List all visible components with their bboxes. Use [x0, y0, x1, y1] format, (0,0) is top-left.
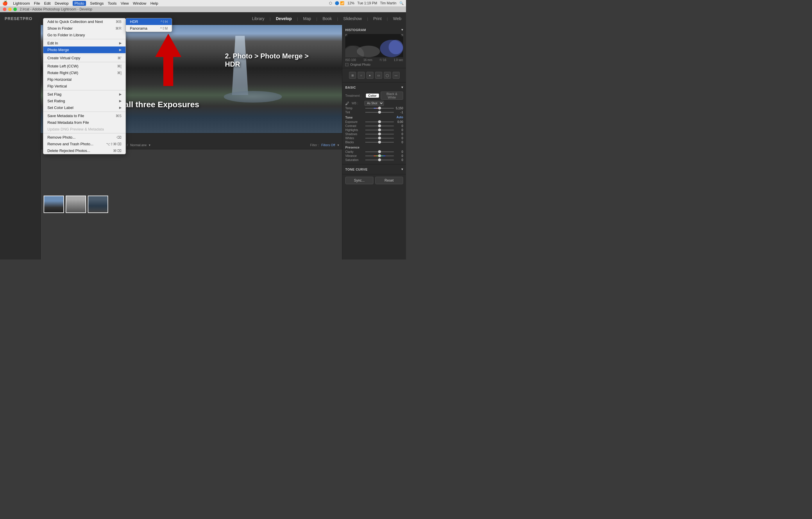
histogram-header[interactable]: Histogram ▾ [345, 27, 403, 33]
radial-tool[interactable]: ◯ [384, 72, 391, 79]
wb-select[interactable]: As Shot Auto Daylight [365, 101, 384, 106]
clock: Tue 1:19 PM [357, 1, 377, 5]
menu-file[interactable]: File [34, 1, 40, 5]
nav-print[interactable]: Print [373, 16, 382, 21]
grad-tool[interactable]: ▭ [375, 72, 382, 79]
histogram-collapse-icon[interactable]: ▾ [401, 28, 403, 32]
tint-slider[interactable] [365, 112, 394, 113]
nav-web[interactable]: Web [393, 16, 401, 21]
redeye-tool[interactable]: ● [367, 72, 373, 79]
username: Tim Martin [380, 1, 397, 5]
clarity-slider[interactable] [365, 151, 394, 152]
spot-tool[interactable]: ○ [358, 72, 365, 79]
tone-curve-section: Tone Curve ▾ [342, 165, 406, 174]
menu-window[interactable]: Window [133, 1, 146, 5]
orig-photo-label: Original Photo [350, 63, 371, 66]
menu-help[interactable]: Help [150, 1, 158, 5]
temp-value: 5,150 [395, 107, 403, 110]
basic-header[interactable]: Basic ▾ [345, 84, 403, 90]
blacks-value: 0 [395, 141, 403, 144]
zoom-select[interactable]: Fit Fill 1:1 [72, 135, 85, 140]
menu-develop[interactable]: Develop [55, 1, 68, 5]
menu-photo[interactable]: Photo [72, 1, 86, 6]
shadows-row: Shadows 0 [345, 133, 403, 136]
orig-photo-checkbox[interactable] [345, 63, 348, 66]
view-loupe-btn[interactable]: ▣ [44, 135, 50, 140]
film-thumb-1[interactable] [44, 196, 64, 213]
tone-label: Tone [345, 116, 352, 119]
battery: 12% [347, 1, 354, 5]
apple-menu[interactable]: 🍎 [2, 1, 8, 6]
wb-label: WB : [352, 102, 363, 105]
menu-tools[interactable]: Tools [108, 1, 117, 5]
shadows-slider[interactable] [365, 134, 394, 135]
sync-button[interactable]: Sync... [345, 177, 373, 184]
nav-book[interactable]: Book [323, 16, 332, 21]
search-icon[interactable]: 🔍 [399, 1, 404, 5]
saturation-slider[interactable] [365, 160, 394, 161]
shadows-value: 0 [395, 133, 403, 136]
filter-dropdown-icon[interactable]: ▾ [338, 143, 339, 147]
meta-info: ISO 100 16 mm f / 16 1.0 sec [345, 58, 403, 62]
filmstrip-file-arrow[interactable]: ▾ [149, 143, 150, 147]
prev-icon[interactable]: ◀ [62, 143, 65, 147]
treatment-row: Treatment : Color Black & White [345, 91, 403, 100]
brand-logo: PRESETPRO [5, 16, 32, 21]
meta-shutter: 1.0 sec [394, 58, 403, 62]
nav-map[interactable]: Map [303, 16, 311, 21]
temp-slider[interactable] [365, 108, 394, 109]
saturation-label: Saturation [345, 158, 364, 162]
nav-slideshow[interactable]: Slideshow [343, 16, 362, 21]
contrast-label: Contrast [345, 124, 364, 127]
view-compare-btn[interactable]: YY [52, 135, 60, 140]
vibrance-row: Vibrance 0 [345, 154, 403, 157]
traffic-lights [3, 7, 17, 11]
filter-value[interactable]: Filters Off [321, 143, 335, 147]
contrast-slider[interactable] [365, 125, 394, 126]
whites-slider[interactable] [365, 138, 394, 139]
saturation-row: Saturation 0 [345, 158, 403, 162]
svg-point-6 [388, 40, 403, 54]
color-btn[interactable]: Color [366, 93, 379, 98]
clarity-value: 0 [395, 150, 403, 153]
filmstrip-source: Previous Import [72, 143, 94, 147]
app-body: PRESETPRO Library | Develop | Map | Book… [0, 12, 406, 260]
menu-edit[interactable]: Edit [44, 1, 51, 5]
tone-curve-header[interactable]: Tone Curve ▾ [345, 166, 403, 172]
auto-link[interactable]: Auto [397, 116, 403, 119]
tone-curve-collapse-icon[interactable]: ▾ [401, 167, 403, 171]
vibrance-slider[interactable] [365, 155, 394, 156]
page-num-1[interactable]: 1 [44, 143, 48, 147]
highlights-slider[interactable] [365, 129, 394, 131]
close-button[interactable] [3, 7, 6, 11]
eyedropper-icon[interactable]: 🖊 [345, 101, 349, 106]
nav-develop[interactable]: Develop [276, 16, 291, 21]
blacks-label: Blacks [345, 141, 364, 144]
basic-collapse-icon[interactable]: ▾ [401, 85, 403, 89]
page-num-2[interactable]: 2 [51, 143, 55, 147]
tone-section-title: Tone Auto [345, 116, 403, 119]
bottom-toolbar: ▣ YY ⬛ Fit Fill 1:1 [41, 133, 342, 141]
menubar-right: ⬡ 🔵 📶 12% Tue 1:19 PM Tim Martin 🔍 [329, 1, 404, 5]
svg-point-4 [357, 46, 380, 57]
film-thumb-3[interactable] [88, 196, 108, 213]
exposure-slider[interactable] [365, 121, 394, 122]
brush-tool[interactable]: — [393, 72, 400, 79]
crop-tool[interactable]: ⊞ [349, 72, 356, 79]
maximize-button[interactable] [13, 7, 17, 11]
bw-btn[interactable]: Black & White [381, 91, 403, 100]
meta-iso: ISO 100 [345, 58, 356, 62]
menu-view[interactable]: View [121, 1, 129, 5]
next-icon[interactable]: ▶ [67, 143, 69, 147]
menu-lightroom[interactable]: Lightroom [13, 1, 30, 5]
film-thumb-2[interactable] [66, 196, 86, 213]
menu-settings[interactable]: Settings [90, 1, 104, 5]
nav-library[interactable]: Library [252, 16, 264, 21]
orig-photo-row: Original Photo [345, 63, 403, 66]
view-survey-btn[interactable]: ⬛ [62, 135, 70, 140]
basic-label: Basic [345, 86, 356, 89]
reset-button[interactable]: Reset [375, 177, 403, 184]
blacks-slider[interactable] [365, 142, 394, 143]
minimize-button[interactable] [8, 7, 11, 11]
mac-menubar: 🍎 Lightroom File Edit Develop Photo Sett… [0, 0, 406, 6]
